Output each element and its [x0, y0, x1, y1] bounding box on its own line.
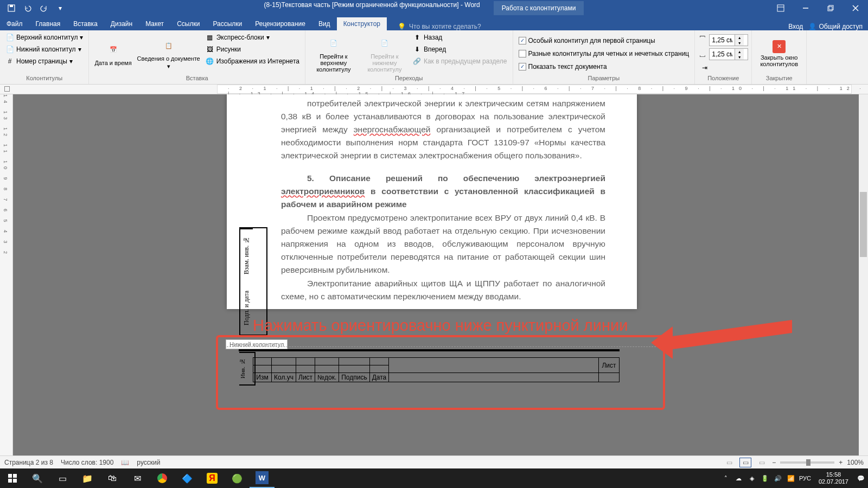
yandex-icon[interactable]: Я: [200, 468, 225, 488]
group-navigation: 📄Перейти к верхнему колонтитулу 📄Перейти…: [305, 30, 513, 84]
tab-design[interactable]: Дизайн: [104, 17, 139, 30]
close-red-icon: ✕: [773, 40, 786, 53]
top-margin-icon: ⎴: [698, 36, 707, 44]
scrollbar-thumb[interactable]: [860, 192, 867, 257]
tell-me-input[interactable]: 💡 Что вы хотите сделать?: [387, 23, 481, 30]
tab-mailings[interactable]: Рассылки: [206, 17, 248, 30]
undo-icon[interactable]: [21, 1, 35, 15]
store-icon[interactable]: 🛍: [100, 468, 125, 488]
language-indicator[interactable]: русский: [137, 459, 160, 466]
header-icon: 📄: [5, 33, 14, 42]
keyboard-lang[interactable]: РУС: [799, 475, 811, 481]
footer-bottom-spinner[interactable]: ▲▼: [709, 48, 748, 60]
annotation-box: [216, 335, 665, 410]
tray-chevron-icon[interactable]: ˄: [721, 473, 731, 483]
spellcheck-icon[interactable]: 📖: [121, 459, 129, 466]
search-icon[interactable]: 🔍: [25, 468, 50, 488]
tab-home[interactable]: Главная: [29, 17, 67, 30]
svg-rect-4: [828, 7, 832, 11]
word-icon[interactable]: W: [250, 468, 275, 488]
onedrive-icon[interactable]: ☁: [734, 473, 744, 483]
svg-rect-9: [8, 474, 12, 478]
tab-file[interactable]: Файл: [0, 17, 29, 30]
vertical-scrollbar[interactable]: [859, 94, 868, 468]
tab-references[interactable]: Ссылки: [170, 17, 206, 30]
start-button[interactable]: [0, 468, 25, 488]
zoom-out-button[interactable]: −: [772, 459, 776, 466]
close-icon[interactable]: [843, 0, 868, 16]
horizontal-ruler[interactable]: · 2 · 1 · | · 1 · | · 2 · | · 3 · | · 4 …: [0, 85, 868, 94]
datetime-button[interactable]: 📅Дата и время: [92, 32, 133, 75]
annotation-arrow-icon: [651, 310, 797, 359]
zoom-level[interactable]: 100%: [847, 459, 864, 466]
heading: 5. Описание решений по обеспечению элект…: [281, 172, 605, 211]
docinfo-button[interactable]: 📋Сведения о документе▾: [135, 32, 202, 75]
link-prev-button: 🔗Как в предыдущем разделе: [411, 56, 509, 67]
share-button[interactable]: 👤 Общий доступ: [808, 23, 863, 30]
goto-header-button[interactable]: 📄Перейти к верхнему колонтитулу: [309, 32, 359, 75]
signin-button[interactable]: Вход: [788, 23, 803, 30]
clock[interactable]: 15:58 02.07.2017: [814, 471, 853, 485]
page[interactable]: потребителей электрической энергии к эле…: [227, 94, 637, 309]
read-mode-icon[interactable]: ▭: [723, 458, 735, 467]
diff-odd-checkbox[interactable]: Разные колонтитулы для четных и нечетных…: [516, 49, 692, 59]
close-header-footer-button[interactable]: ✕Закрыть окно колонтитулов: [755, 32, 803, 75]
header-top-spinner[interactable]: ▲▼: [709, 34, 748, 46]
tab-insert[interactable]: Вставка: [67, 17, 104, 30]
taskview-icon[interactable]: ▭: [50, 468, 75, 488]
zoom-in-button[interactable]: +: [839, 459, 843, 466]
web-layout-icon[interactable]: ▭: [756, 458, 768, 467]
notifications-icon[interactable]: 💬: [856, 473, 866, 483]
minimize-icon[interactable]: [793, 0, 818, 16]
svg-rect-2: [777, 5, 784, 11]
pictures-button[interactable]: 🖼Рисунки: [203, 44, 302, 55]
group-label: Колонтитулы: [3, 75, 85, 82]
ribbon-options-icon[interactable]: [768, 0, 793, 16]
print-layout-icon[interactable]: ▭: [739, 458, 751, 467]
quickparts-button[interactable]: ▦Экспресс-блоки▾: [203, 32, 302, 43]
prev-button[interactable]: ⬆Назад: [411, 32, 509, 43]
tab-designer[interactable]: Конструктор: [337, 17, 387, 30]
header-button[interactable]: 📄Верхний колонтитул▾: [3, 32, 85, 43]
ribbon-tabs: Файл Главная Вставка Дизайн Макет Ссылки…: [0, 16, 868, 30]
goto-footer-button: 📄Перейти к нижнему колонтитулу: [360, 32, 410, 75]
docinfo-icon: 📋: [160, 37, 177, 54]
footer-button[interactable]: 📄Нижний колонтитул▾: [3, 44, 85, 55]
battery-icon[interactable]: 🔋: [760, 473, 770, 483]
group-insert: 📅Дата и время 📋Сведения о документе▾ ▦Эк…: [89, 30, 305, 84]
online-pictures-button[interactable]: 🌐Изображения из Интернета: [203, 56, 302, 67]
insert-tab-button[interactable]: ⇥: [698, 62, 748, 73]
zoom-slider[interactable]: [780, 461, 834, 464]
taskbar: 🔍 ▭ 📁 🛍 ✉ 🔷 Я 🟢 W ˄ ☁ ◈ 🔋 🔊 📶 РУС 15:58 …: [0, 468, 868, 488]
page-indicator[interactable]: Страница 2 из 8: [4, 459, 53, 466]
tab-layout[interactable]: Макет: [139, 17, 170, 30]
prev-icon: ⬆: [413, 33, 422, 42]
mail-icon[interactable]: ✉: [125, 468, 150, 488]
volume-icon[interactable]: 🔊: [773, 473, 783, 483]
chrome-icon[interactable]: [150, 468, 175, 488]
context-tab-title: Работа с колонтитулами: [494, 1, 584, 15]
diff-first-checkbox[interactable]: ✓Особый колонтитул для первой страницы: [516, 36, 692, 46]
maximize-icon[interactable]: [818, 0, 843, 16]
qat-customize-icon[interactable]: ▾: [53, 1, 67, 15]
app-icon[interactable]: 🔷: [175, 468, 200, 488]
goto-header-icon: 📄: [325, 35, 342, 52]
word-count[interactable]: Число слов: 1900: [61, 459, 113, 466]
redo-icon[interactable]: [37, 1, 51, 15]
group-label: Закрытие: [755, 75, 803, 82]
page-number-button[interactable]: #Номер страницы▾: [3, 56, 85, 67]
tab-review[interactable]: Рецензирование: [248, 17, 312, 30]
bluetooth-icon[interactable]: ◈: [747, 473, 757, 483]
vertical-ruler[interactable]: 14 13 12 11 10 9 8 7 6 5 4 3 2: [0, 94, 13, 468]
footer-icon: 📄: [5, 45, 14, 54]
group-close: ✕Закрыть окно колонтитулов Закрытие: [752, 30, 807, 84]
tab-view[interactable]: Вид: [312, 17, 337, 30]
app2-icon[interactable]: 🟢: [225, 468, 250, 488]
explorer-icon[interactable]: 📁: [75, 468, 100, 488]
wifi-icon[interactable]: 📶: [786, 473, 796, 483]
next-button[interactable]: ⬇Вперед: [411, 44, 509, 55]
checkbox-icon: [519, 50, 526, 57]
paragraph: Проектом предусмотрено электропитание вс…: [281, 211, 605, 277]
show-doc-checkbox[interactable]: ✓Показать текст документа: [516, 62, 692, 72]
save-icon[interactable]: [4, 1, 18, 15]
